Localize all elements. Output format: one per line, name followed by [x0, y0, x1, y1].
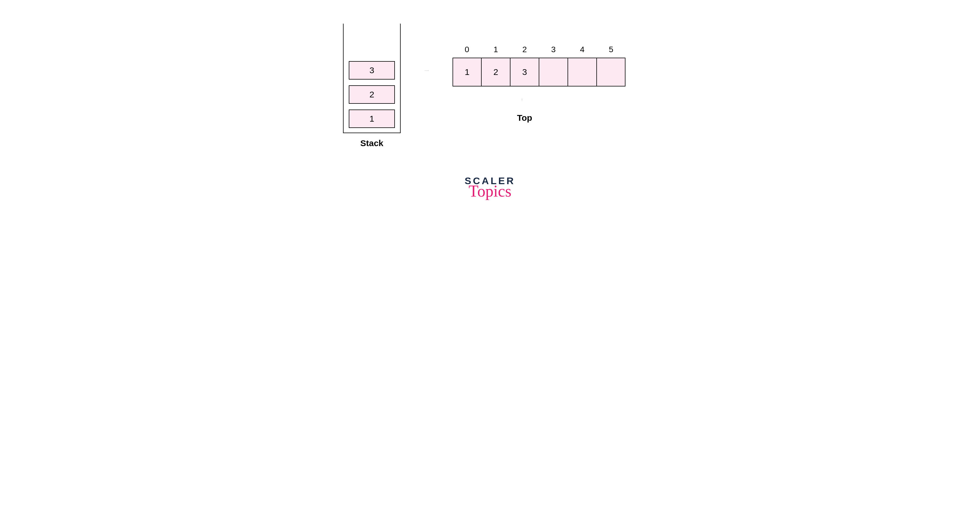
array-index: 0 [453, 45, 481, 54]
arrow-up-icon [522, 90, 522, 110]
array-index: 5 [597, 45, 625, 54]
svg-marker-1 [428, 70, 429, 71]
array-index: 1 [481, 45, 510, 54]
diagram-canvas: 3 2 1 Stack 0 1 2 3 4 5 1 2 3 Top SCALER… [274, 0, 706, 225]
stack-label: Stack [343, 138, 401, 148]
array-cell: 3 [510, 57, 539, 86]
stack-cell: 1 [349, 110, 395, 128]
stack-cell: 2 [349, 85, 395, 104]
array-indices: 0 1 2 3 4 5 [453, 45, 625, 54]
array-cell: 1 [453, 57, 481, 86]
svg-marker-3 [522, 99, 522, 99]
array-cell: 2 [481, 57, 510, 86]
top-pointer-label: Top [510, 113, 539, 123]
array-container: 1 2 3 [453, 57, 625, 86]
arrow-right-icon [406, 70, 447, 71]
scaler-topics-logo: SCALER Topics [274, 176, 706, 198]
logo-text-bottom: Topics [274, 184, 706, 198]
array-index: 4 [568, 45, 597, 54]
stack-cells: 3 2 1 [349, 61, 395, 134]
array-cell [539, 57, 568, 86]
array-cell [568, 57, 597, 86]
array-index: 2 [510, 45, 539, 54]
array-index: 3 [539, 45, 568, 54]
array-cell [597, 57, 625, 86]
stack-cell: 3 [349, 61, 395, 80]
